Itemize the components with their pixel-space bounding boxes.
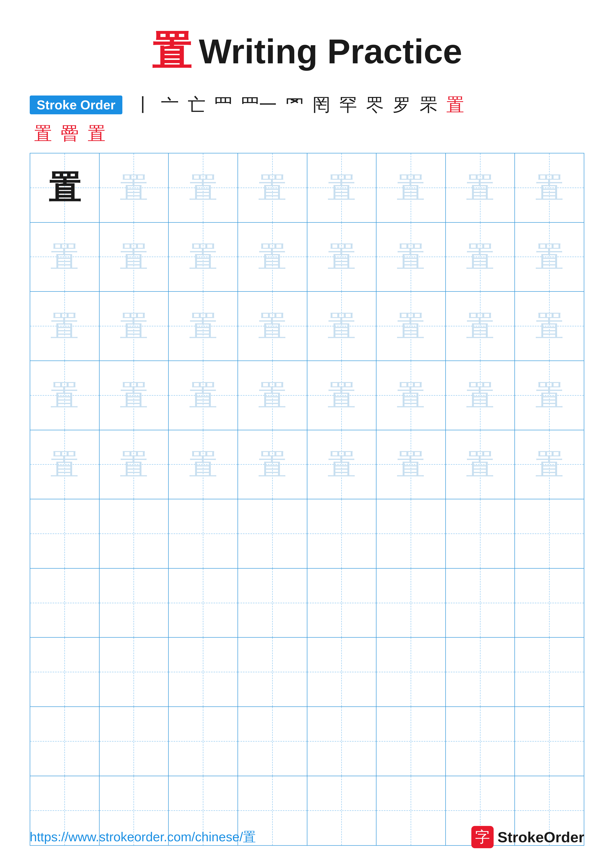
grid-cell-2-4[interactable]: 置 xyxy=(238,223,307,292)
grid-cell-5-7[interactable]: 置 xyxy=(446,430,515,499)
page-title: Writing Practice xyxy=(199,31,462,71)
grid-cell-2-6[interactable]: 置 xyxy=(376,223,446,292)
stroke-7: 罔 xyxy=(312,93,330,117)
grid-cell-3-1[interactable]: 置 xyxy=(30,292,99,361)
grid-cell-7-4[interactable] xyxy=(238,569,307,638)
practice-char: 置 xyxy=(328,174,356,202)
grid-cell-6-3[interactable] xyxy=(169,499,238,569)
grid-cell-4-8[interactable]: 置 xyxy=(515,361,584,430)
grid-cell-4-4[interactable]: 置 xyxy=(238,361,307,430)
grid-cell-8-1[interactable] xyxy=(30,638,99,707)
stroke-1: 丨 xyxy=(134,93,152,117)
grid-cell-7-6[interactable] xyxy=(376,569,446,638)
stroke-13: 置 xyxy=(34,122,52,146)
grid-cell-2-3[interactable]: 置 xyxy=(169,223,238,292)
footer: https://www.strokeorder.com/chinese/置 字 … xyxy=(30,826,584,848)
grid-cell-1-5[interactable]: 置 xyxy=(307,153,377,223)
grid-cell-8-7[interactable] xyxy=(446,638,515,707)
grid-cell-6-5[interactable] xyxy=(307,499,377,569)
practice-char: 置 xyxy=(328,243,356,271)
grid-cell-5-6[interactable]: 置 xyxy=(376,430,446,499)
grid-cell-5-5[interactable]: 置 xyxy=(307,430,377,499)
grid-cell-2-8[interactable]: 置 xyxy=(515,223,584,292)
grid-cell-7-3[interactable] xyxy=(169,569,238,638)
grid-cell-9-2[interactable] xyxy=(99,707,169,776)
grid-cell-3-8[interactable]: 置 xyxy=(515,292,584,361)
practice-char: 置 xyxy=(258,243,286,271)
grid-cell-8-8[interactable] xyxy=(515,638,584,707)
grid-cell-1-7[interactable]: 置 xyxy=(446,153,515,223)
grid-cell-8-5[interactable] xyxy=(307,638,377,707)
grid-cell-3-5[interactable]: 置 xyxy=(307,292,377,361)
grid-cell-8-6[interactable] xyxy=(376,638,446,707)
grid-cell-9-6[interactable] xyxy=(376,707,446,776)
grid-cell-4-3[interactable]: 置 xyxy=(169,361,238,430)
practice-char: 置 xyxy=(396,174,425,202)
grid-cell-7-1[interactable] xyxy=(30,569,99,638)
grid-cell-8-3[interactable] xyxy=(169,638,238,707)
practice-char: 置 xyxy=(50,312,79,341)
grid-cell-9-5[interactable] xyxy=(307,707,377,776)
grid-cell-7-7[interactable] xyxy=(446,569,515,638)
grid-cell-1-4[interactable]: 置 xyxy=(238,153,307,223)
grid-cell-4-2[interactable]: 置 xyxy=(99,361,169,430)
grid-cell-6-6[interactable] xyxy=(376,499,446,569)
grid-cell-3-3[interactable]: 置 xyxy=(169,292,238,361)
grid-cell-3-4[interactable]: 置 xyxy=(238,292,307,361)
grid-cell-6-4[interactable] xyxy=(238,499,307,569)
practice-char: 置 xyxy=(396,450,425,479)
practice-char: 置 xyxy=(535,174,564,202)
grid-cell-1-6[interactable]: 置 xyxy=(376,153,446,223)
stroke-order-row2: 置 罾 置 xyxy=(30,122,584,146)
practice-char: 置 xyxy=(189,381,218,409)
grid-row-1: 置置置置置置置置 xyxy=(30,153,584,223)
grid-cell-6-2[interactable] xyxy=(99,499,169,569)
grid-cell-9-1[interactable] xyxy=(30,707,99,776)
grid-cell-2-5[interactable]: 置 xyxy=(307,223,377,292)
practice-char: 置 xyxy=(396,312,425,341)
grid-cell-8-2[interactable] xyxy=(99,638,169,707)
grid-cell-2-7[interactable]: 置 xyxy=(446,223,515,292)
grid-cell-2-2[interactable]: 置 xyxy=(99,223,169,292)
grid-cell-7-2[interactable] xyxy=(99,569,169,638)
stroke-8: 罕 xyxy=(339,93,357,117)
grid-cell-7-5[interactable] xyxy=(307,569,377,638)
grid-cell-6-1[interactable] xyxy=(30,499,99,569)
grid-cell-2-1[interactable]: 置 xyxy=(30,223,99,292)
practice-char: 置 xyxy=(396,243,425,271)
grid-cell-3-2[interactable]: 置 xyxy=(99,292,169,361)
grid-cell-3-7[interactable]: 置 xyxy=(446,292,515,361)
grid-cell-4-1[interactable]: 置 xyxy=(30,361,99,430)
grid-cell-6-8[interactable] xyxy=(515,499,584,569)
grid-cell-8-4[interactable] xyxy=(238,638,307,707)
grid-cell-5-3[interactable]: 置 xyxy=(169,430,238,499)
grid-cell-5-2[interactable]: 置 xyxy=(99,430,169,499)
grid-cell-4-6[interactable]: 置 xyxy=(376,361,446,430)
footer-logo-icon: 字 xyxy=(471,826,494,848)
grid-cell-5-4[interactable]: 置 xyxy=(238,430,307,499)
grid-cell-7-8[interactable] xyxy=(515,569,584,638)
grid-cell-1-1[interactable]: 置 xyxy=(30,153,99,223)
grid-cell-9-7[interactable] xyxy=(446,707,515,776)
grid-cell-9-4[interactable] xyxy=(238,707,307,776)
practice-char: 置 xyxy=(396,381,425,409)
footer-url: https://www.strokeorder.com/chinese/置 xyxy=(30,828,256,846)
practice-char: 置 xyxy=(466,243,494,271)
stroke-9: 罖 xyxy=(366,93,384,117)
grid-cell-5-8[interactable]: 置 xyxy=(515,430,584,499)
grid-cell-1-2[interactable]: 置 xyxy=(99,153,169,223)
title-chinese-char: 置 xyxy=(152,25,191,78)
grid-cell-9-3[interactable] xyxy=(169,707,238,776)
grid-cell-9-8[interactable] xyxy=(515,707,584,776)
practice-char: 置 xyxy=(50,381,79,409)
grid-cell-3-6[interactable]: 置 xyxy=(376,292,446,361)
grid-cell-1-3[interactable]: 置 xyxy=(169,153,238,223)
stroke-2: 亠 xyxy=(161,93,179,117)
grid-cell-4-7[interactable]: 置 xyxy=(446,361,515,430)
grid-cell-5-1[interactable]: 置 xyxy=(30,430,99,499)
practice-char: 置 xyxy=(120,243,148,271)
grid-cell-6-7[interactable] xyxy=(446,499,515,569)
practice-char: 置 xyxy=(50,450,79,479)
grid-cell-1-8[interactable]: 置 xyxy=(515,153,584,223)
grid-cell-4-5[interactable]: 置 xyxy=(307,361,377,430)
